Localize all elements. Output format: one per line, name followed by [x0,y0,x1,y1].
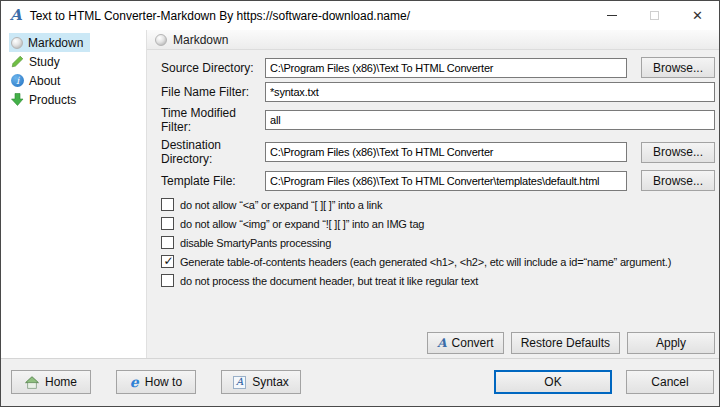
pencil-icon [11,55,24,68]
no-img-checkbox-label: do not allow “<img” or expand “![ ][ ]” … [180,218,424,230]
down-arrow-icon [11,93,24,106]
destination-directory-browse-button[interactable]: Browse... [641,142,715,163]
checkbox-row-no-doc-header: do not process the document header, but … [161,271,715,290]
time-modified-filter-input[interactable] [265,110,715,130]
maximize-button [633,1,676,30]
home-button[interactable]: Home [11,370,91,394]
source-directory-label: Source Directory: [161,61,265,75]
checkbox-row-disable-smartypants: disable SmartyPants processing [161,233,715,252]
converter-window: A Text to HTML Converter-Markdown By htt… [0,0,720,407]
toc-headers-checkbox-label: Generate table-of-contents headers (each… [180,256,671,268]
convert-a-icon: A [437,337,446,349]
checkbox-row-toc-headers: ✓ Generate table-of-contents headers (ea… [161,252,715,271]
field-row-source-directory: Source Directory: Browse... [161,57,715,78]
sidebar-item-about[interactable]: i About [9,71,67,90]
checkmark-icon: ✓ [162,254,175,268]
destination-directory-input[interactable] [265,142,627,162]
browser-e-icon: e [130,375,139,389]
titlebar: A Text to HTML Converter-Markdown By htt… [1,1,719,30]
cancel-button[interactable]: Cancel [626,370,714,394]
minimize-button[interactable] [590,1,633,30]
sidebar-item-label: About [29,74,60,88]
template-file-label: Template File: [161,174,265,188]
syntax-button-label: Syntax [252,375,289,389]
convert-button[interactable]: A Convert [427,332,503,354]
home-icon [25,376,39,389]
field-row-file-name-filter: File Name Filter: [161,82,715,102]
field-row-time-modified-filter: Time Modified Filter: [161,106,715,134]
no-doc-header-checkbox[interactable] [161,274,174,287]
info-icon: i [11,74,24,87]
window-controls: ✕ [590,1,719,30]
pearl-icon [11,37,23,49]
no-img-checkbox[interactable] [161,217,174,230]
disable-smartypants-checkbox[interactable] [161,236,174,249]
disable-smartypants-checkbox-label: disable SmartyPants processing [180,237,331,249]
pearl-icon [155,34,167,46]
footer-bar: Home e How to A Syntax OK Cancel [1,358,719,406]
close-button[interactable]: ✕ [676,1,719,30]
no-link-checkbox-label: do not allow “<a” or expand “[ ][ ]” int… [180,199,382,211]
how-to-button-label: How to [145,375,182,389]
apply-button[interactable]: Apply [627,332,715,354]
no-link-checkbox[interactable] [161,198,174,211]
no-doc-header-checkbox-label: do not process the document header, but … [180,275,478,287]
toc-headers-checkbox[interactable]: ✓ [161,255,174,268]
sidebar: Markdown Study i About Products [1,30,147,358]
restore-defaults-button[interactable]: Restore Defaults [511,332,620,354]
sidebar-item-label: Study [29,55,60,69]
maximize-icon [650,11,659,20]
how-to-button[interactable]: e How to [116,370,196,394]
close-icon: ✕ [692,9,703,22]
main-panel: Markdown Source Directory: Browse... Fil… [147,30,719,358]
field-row-template-file: Template File: Browse... [161,170,715,191]
panel-header-label: Markdown [173,33,228,47]
ok-button[interactable]: OK [494,370,612,394]
panel-content: Source Directory: Browse... File Name Fi… [147,50,719,290]
convert-button-label: Convert [452,336,494,350]
panel-header: Markdown [147,30,719,50]
checkbox-row-no-link: do not allow “<a” or expand “[ ][ ]” int… [161,195,715,214]
file-name-filter-input[interactable] [265,82,715,102]
sidebar-item-study[interactable]: Study [9,52,67,71]
sidebar-item-products[interactable]: Products [9,90,83,109]
panel-action-buttons: A Convert Restore Defaults Apply [427,332,715,354]
template-file-browse-button[interactable]: Browse... [641,170,715,191]
destination-directory-label: Destination Directory: [161,138,265,166]
source-directory-input[interactable] [265,58,627,78]
minimize-icon [607,15,617,16]
footer-left-buttons: Home e How to A Syntax [11,370,301,394]
window-title: Text to HTML Converter-Markdown By https… [30,9,410,23]
footer-right-buttons: OK Cancel [494,370,714,394]
field-row-destination-directory: Destination Directory: Browse... [161,138,715,166]
sidebar-item-label: Products [29,93,76,107]
source-directory-browse-button[interactable]: Browse... [641,57,715,78]
sidebar-item-label: Markdown [28,36,83,50]
home-button-label: Home [45,375,77,389]
file-name-filter-label: File Name Filter: [161,85,265,99]
syntax-a-icon: A [233,376,246,389]
sidebar-item-markdown[interactable]: Markdown [9,33,90,52]
checkbox-section: do not allow “<a” or expand “[ ][ ]” int… [161,195,715,290]
template-file-input[interactable] [265,171,627,191]
checkbox-row-no-img: do not allow “<img” or expand “![ ][ ]” … [161,214,715,233]
time-modified-filter-label: Time Modified Filter: [161,106,265,134]
syntax-button[interactable]: A Syntax [221,370,301,394]
app-icon: A [10,8,22,23]
